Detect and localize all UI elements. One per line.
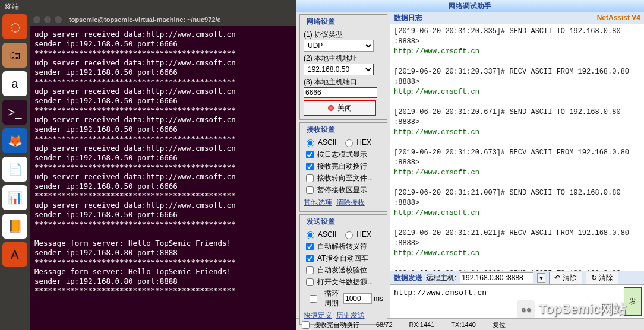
terminal-icon[interactable]: >_ xyxy=(2,100,27,125)
status-rx: RX:1441 xyxy=(409,321,435,328)
dropdown-icon[interactable]: ▾ xyxy=(537,273,545,283)
launcher: ◌ 🗂 a >_ 🦊 📄 📊 📙 A xyxy=(0,0,30,330)
cycle-checkbox[interactable] xyxy=(306,295,321,303)
status-counts: 68/72 xyxy=(376,321,393,328)
status-reset[interactable]: 复位 xyxy=(493,321,506,329)
impress-icon[interactable]: 📙 xyxy=(2,214,27,239)
port-input[interactable] xyxy=(304,87,377,98)
terminal-titlebar[interactable]: topsemic@topsemic-virtual-machine: ~/nuc… xyxy=(30,13,296,26)
calc-icon[interactable]: 📊 xyxy=(2,185,27,210)
recv-legend: 接收设置 xyxy=(305,125,337,135)
send-quick-link[interactable]: 快捷定义 xyxy=(304,311,332,319)
send-textarea[interactable]: http://www.cmsoft.cn xyxy=(393,287,621,316)
recv-ascii-radio[interactable]: ASCII xyxy=(304,138,336,147)
recv-pause[interactable]: 暂停接收区显示 xyxy=(304,185,383,196)
recv-clear-link[interactable]: 清除接收 xyxy=(336,198,365,207)
record-icon xyxy=(328,105,334,111)
send-header-label: 数据发送 xyxy=(394,273,422,283)
network-legend: 网络设置 xyxy=(305,17,337,27)
brand-link[interactable]: NetAssist V4 xyxy=(597,14,640,22)
send-escape[interactable]: 自动解析转义符 xyxy=(304,241,383,252)
proto-label: (1) 协议类型 xyxy=(304,30,383,40)
status-chk[interactable]: 接收完自动换行 xyxy=(299,319,359,331)
cycle-label: 循环周期 xyxy=(324,288,342,309)
terminal-title: topsemic@topsemic-virtual-machine: ~/nuc… xyxy=(69,16,221,23)
writer-icon[interactable]: 📄 xyxy=(2,157,27,182)
host-select[interactable]: 192.168.0.50 xyxy=(304,64,374,75)
clear-button-2[interactable]: ↻ 清除 xyxy=(586,272,618,284)
ubuntu-dash-icon[interactable]: ◌ xyxy=(2,14,27,39)
network-settings: 网络设置 (1) 协议类型 UDP (2) 本地主机地址 192.168.0.5… xyxy=(299,14,387,120)
status-bar: 接收完自动换行 68/72 RX:1441 TX:1440 复位 xyxy=(296,318,644,330)
log-header: 数据日志 xyxy=(394,13,422,23)
send-legend: 发送设置 xyxy=(305,217,337,227)
send-ascii-radio[interactable]: ASCII xyxy=(304,230,336,239)
remote-label: 远程主机: xyxy=(426,273,456,283)
cycle-row: 循环周期 ms xyxy=(304,288,383,309)
terminal-output[interactable]: udp server received data:http://www.cmso… xyxy=(30,26,296,330)
terminal-window: topsemic@topsemic-virtual-machine: ~/nuc… xyxy=(30,13,296,330)
send-hex-radio[interactable]: HEX xyxy=(342,230,371,239)
port-label: (3) 本地主机端口 xyxy=(304,77,383,87)
ubuntu-topbar: 终端 xyxy=(0,0,301,13)
send-settings: 发送设置 ASCII HEX 自动解析转义符 AT指令自动回车 自动发送校验位 … xyxy=(299,214,387,325)
recv-auto-wrap[interactable]: 接收完自动换行 xyxy=(304,161,383,172)
send-file-src[interactable]: 打开文件数据源... xyxy=(304,277,383,288)
software-icon[interactable]: A xyxy=(2,242,27,267)
recv-settings: 接收设置 ASCII HEX 按日志模式显示 接收完自动换行 接收转向至文件..… xyxy=(299,122,387,212)
host-label: (2) 本地主机地址 xyxy=(304,53,383,64)
proto-select[interactable]: UDP xyxy=(304,40,374,52)
recv-other-link[interactable]: 其他选项 xyxy=(304,198,332,207)
recv-log-mode[interactable]: 按日志模式显示 xyxy=(304,149,383,160)
maximize-icon[interactable] xyxy=(55,16,62,23)
firefox-icon[interactable]: 🦊 xyxy=(2,128,27,153)
cycle-unit: ms xyxy=(374,294,383,303)
log-area[interactable]: [2019-06-20 20:31:20.335]# SEND ASCII TO… xyxy=(390,24,644,271)
status-tx: TX:1440 xyxy=(451,321,476,328)
amazon-icon[interactable]: a xyxy=(2,71,27,96)
close-icon[interactable] xyxy=(33,16,40,23)
send-at-cr[interactable]: AT指令自动回车 xyxy=(304,253,383,264)
close-button[interactable]: 关闭 xyxy=(304,100,376,116)
remote-input[interactable] xyxy=(460,272,533,283)
files-icon[interactable]: 🗂 xyxy=(2,43,27,68)
send-button[interactable]: 发 xyxy=(624,287,642,316)
undo-icon: ↶ xyxy=(554,274,560,282)
recv-to-file[interactable]: 接收转向至文件... xyxy=(304,173,383,184)
refresh-icon: ↻ xyxy=(591,274,597,282)
clear-button-1[interactable]: ↶ 清除 xyxy=(549,272,582,284)
cycle-input[interactable] xyxy=(343,293,372,304)
send-checksum[interactable]: 自动发送校验位 xyxy=(304,265,383,276)
send-hist-link[interactable]: 历史发送 xyxy=(336,311,365,319)
recv-hex-radio[interactable]: HEX xyxy=(342,138,371,147)
minimize-icon[interactable] xyxy=(44,16,51,23)
netassist-title: 网络调试助手 xyxy=(296,0,644,12)
